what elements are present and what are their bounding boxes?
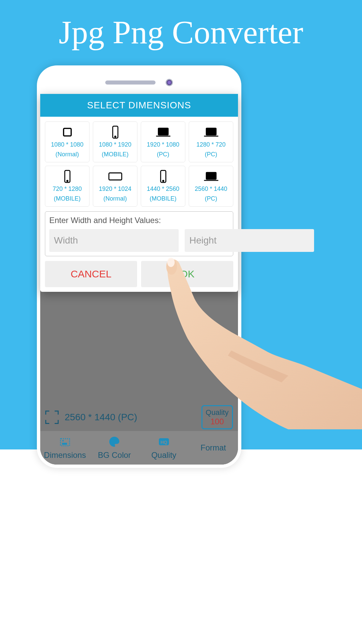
preset-size: 644 * 362: [147, 141, 179, 148]
status-row: 2560 * 1440 (PC) Quality 100: [40, 405, 238, 429]
hq-icon: HQ: [157, 436, 171, 448]
svg-rect-12: [109, 173, 121, 180]
width-input[interactable]: [49, 229, 179, 252]
palette-icon: [108, 436, 121, 448]
phone-icon: [60, 170, 75, 183]
dialog-button-row: CANCEL OK: [45, 261, 233, 287]
nav-bgcolor[interactable]: BG Color: [90, 431, 139, 465]
custom-dimensions-box: Enter Width and Height Values:: [45, 211, 233, 256]
ok-button[interactable]: OK: [141, 261, 233, 287]
svg-rect-15: [206, 172, 216, 179]
nav-dimensions[interactable]: Dimensions: [40, 431, 90, 465]
laptop-icon: [156, 126, 171, 139]
promo-background-bottom: [0, 449, 362, 644]
status-left: 2560 * 1440 (PC): [45, 411, 137, 424]
speaker-icon: [105, 80, 156, 85]
nav-format-label: Format: [200, 443, 226, 452]
svg-point-11: [67, 180, 68, 181]
custom-label: Enter Width and Height Values:: [49, 216, 229, 225]
preset-type: (PC): [205, 195, 217, 202]
preset-size: 1080 * 1080: [51, 141, 83, 148]
bottom-nav: Dimensions BG Color HQ Quality Format: [40, 431, 238, 465]
phone-notch: [37, 65, 241, 86]
phone-icon: [108, 126, 123, 139]
svg-rect-5: [63, 128, 71, 136]
svg-rect-8: [158, 128, 168, 135]
preset-size: 2560 * 1440: [195, 185, 227, 193]
svg-rect-1: [62, 443, 67, 445]
quality-label: Quality: [206, 408, 229, 417]
preset-1920x1024[interactable]: 1920 * 1024 (Normal): [93, 166, 137, 207]
preset-size: 1920 * 1024: [99, 185, 131, 193]
nav-format[interactable]: Format: [189, 431, 238, 465]
square-icon: [60, 126, 75, 139]
camera-icon: [166, 79, 173, 86]
preset-type: (Normal): [104, 195, 127, 202]
input-row: [49, 229, 229, 252]
fullscreen-icon: [45, 411, 59, 424]
laptop-icon: [204, 126, 219, 139]
preset-644x362[interactable]: 644 * 362 (PC): [141, 121, 185, 162]
svg-rect-9: [206, 128, 216, 135]
preset-1280x720[interactable]: 1280 * 720 (PC): [189, 121, 233, 162]
preset-type: (MOBILE): [54, 195, 80, 202]
preset-362x644[interactable]: 362 * 644 (MOBILE): [93, 121, 137, 162]
dimensions-grid: 1080 * 1080 (Normal) 362 * 644 (MOBILE…: [40, 117, 238, 211]
tablet-landscape-icon: [108, 170, 123, 183]
cancel-button[interactable]: CANCEL: [45, 261, 137, 287]
preset-size: 362 * 644: [99, 141, 131, 148]
select-dimensions-dialog: SELECT DIMENSIONS 1080 * 1080 (Normal) 1…: [40, 94, 238, 292]
preset-type: (Normal): [56, 151, 79, 158]
promo-title: Jpg Png Converter: [0, 0, 362, 51]
quality-indicator[interactable]: Quality 100: [201, 405, 233, 429]
preset-1440x2560[interactable]: 1440 * 2560 (MOBILE): [141, 166, 185, 207]
preset-type: (PC): [157, 151, 169, 158]
preset-2560x1440[interactable]: 2560 * 1440 (PC): [189, 166, 233, 207]
svg-point-14: [163, 180, 164, 181]
dimensions-icon: [58, 436, 72, 448]
height-input[interactable]: [185, 229, 314, 252]
nav-bgcolor-label: BG Color: [98, 450, 131, 460]
laptop-icon: [204, 170, 219, 183]
svg-point-2: [62, 440, 64, 442]
quality-value: 100: [206, 417, 229, 426]
svg-point-7: [115, 136, 116, 137]
preset-type: (MOBILE): [149, 195, 176, 202]
preset-size: 720 * 1280: [53, 185, 82, 193]
preset-type: (MOBILE): [102, 151, 128, 158]
current-dimensions: 2560 * 1440 (PC): [65, 412, 137, 423]
phone-icon: [156, 170, 171, 183]
dialog-title: SELECT DIMENSIONS: [40, 94, 238, 117]
preset-size: 1280 * 720: [196, 141, 226, 148]
preset-size: 1440 * 2560: [147, 185, 179, 193]
preset-720x1280[interactable]: 720 * 1280 (MOBILE): [45, 166, 89, 207]
nav-quality[interactable]: HQ Quality: [139, 431, 189, 465]
nav-dimensions-label: Dimensions: [44, 450, 86, 460]
preset-1080x1080[interactable]: 1080 * 1080 (Normal): [45, 121, 89, 162]
nav-quality-label: Quality: [151, 450, 176, 460]
preset-type: (PC): [205, 151, 217, 158]
svg-text:HQ: HQ: [161, 440, 167, 445]
